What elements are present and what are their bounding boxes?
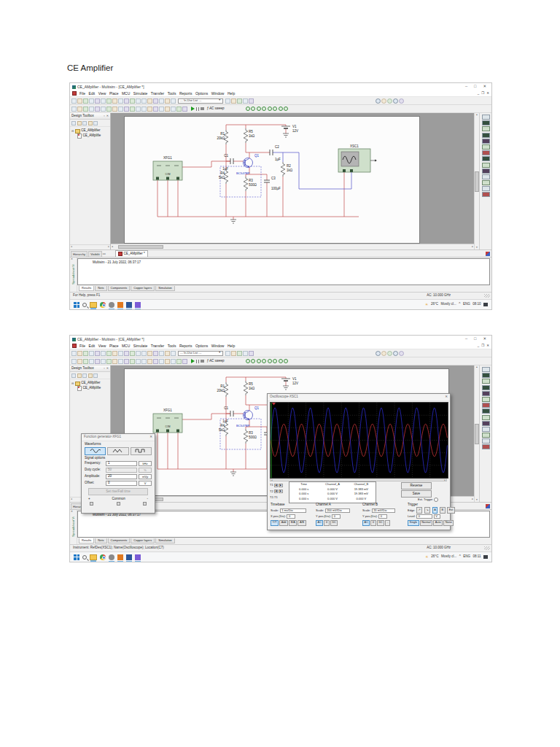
- connector-icon[interactable]: [165, 359, 170, 364]
- weather-desc[interactable]: Mostly cl...: [441, 555, 456, 559]
- notification-icon[interactable]: [483, 303, 488, 306]
- misc-digital-icon[interactable]: [112, 359, 117, 364]
- ext-trigger-terminal[interactable]: [434, 498, 438, 502]
- voltage-probe-icon[interactable]: [246, 107, 250, 111]
- paste-icon[interactable]: [112, 98, 117, 104]
- triangle-wave-button[interactable]: [107, 447, 128, 455]
- source-icon[interactable]: [71, 107, 77, 112]
- open-design-icon[interactable]: [77, 374, 82, 378]
- channel-b-zero-button[interactable]: 0: [370, 520, 376, 527]
- scroll-up-icon[interactable]: ▴: [476, 114, 478, 117]
- file-explorer-icon[interactable]: [90, 302, 97, 308]
- canvas-vscrollbar[interactable]: ▴▾: [474, 113, 479, 249]
- resistor-r4[interactable]: [224, 422, 228, 436]
- menu-view[interactable]: View: [98, 92, 106, 96]
- collapse-icon[interactable]: ⊟: [71, 130, 74, 133]
- trigger-ext-button[interactable]: Ext: [447, 507, 455, 514]
- minimize-button[interactable]: –: [465, 337, 467, 341]
- ttl-icon[interactable]: [101, 359, 106, 364]
- tray-expand-icon[interactable]: ^: [459, 303, 460, 306]
- spreadsheet-tab-components[interactable]: Components: [108, 538, 131, 543]
- in-use-list-dropdown[interactable]: --- In-Use List ---▼: [178, 98, 223, 104]
- find-icon[interactable]: [243, 351, 248, 356]
- open-icon[interactable]: [77, 98, 82, 104]
- distortion-analyzer-icon[interactable]: [482, 180, 490, 185]
- cursor-left-icon[interactable]: ◀: [274, 484, 278, 487]
- channel-a-dc-button[interactable]: DC: [330, 520, 338, 527]
- zoom-window-icon[interactable]: [136, 351, 141, 356]
- tree-node-sheet[interactable]: CE_AMplifie: [71, 386, 109, 391]
- digital-probe-icon[interactable]: [279, 359, 283, 363]
- close-icon[interactable]: ✕: [445, 395, 448, 399]
- basic-icon[interactable]: [77, 107, 82, 112]
- spreadsheet-tab-simulation[interactable]: Simulation: [155, 286, 175, 291]
- current-probe-icon[interactable]: [251, 359, 255, 363]
- voltage-probe-icon[interactable]: [246, 359, 250, 363]
- schematic-capture-icon[interactable]: [141, 351, 147, 356]
- trigger-falling-edge-button[interactable]: ↘: [424, 507, 430, 514]
- voltage-reference-probe-icon[interactable]: [273, 359, 277, 363]
- help-icon[interactable]: [249, 98, 254, 104]
- stop-simulation-button[interactable]: [201, 107, 204, 111]
- start-button[interactable]: [74, 302, 79, 308]
- cursor-left-icon[interactable]: ◀: [274, 489, 278, 493]
- frequency-counter-icon[interactable]: [482, 150, 490, 155]
- zoom-out-icon[interactable]: [381, 98, 386, 104]
- zoom-area-icon[interactable]: [387, 98, 392, 104]
- subcircuit-icon[interactable]: [147, 98, 152, 104]
- differential-probe-icon[interactable]: [262, 359, 266, 363]
- trigger-auto-button[interactable]: Auto: [433, 520, 443, 527]
- spreadsheet-tab-components[interactable]: Components: [108, 286, 131, 291]
- tab-row-icon[interactable]: [486, 252, 490, 256]
- zoom-out-icon[interactable]: [381, 351, 386, 356]
- trigger-level-input[interactable]: 0: [416, 514, 432, 519]
- toolbox-options-icon[interactable]: [93, 374, 98, 378]
- database-manager-icon[interactable]: [165, 98, 170, 104]
- open-design-icon[interactable]: [77, 121, 82, 125]
- resistor-r2[interactable]: [281, 162, 285, 177]
- misc-component-icon[interactable]: [136, 359, 141, 364]
- cmos-icon[interactable]: [106, 359, 112, 364]
- minimize-button[interactable]: –: [465, 85, 467, 89]
- frequency-counter-icon[interactable]: [482, 403, 490, 408]
- visibility-tab[interactable]: Visibilit: [88, 251, 101, 257]
- oscilloscope-icon[interactable]: [482, 133, 490, 138]
- t1-cursor-marker[interactable]: [272, 403, 276, 406]
- tree-node-root[interactable]: ⊟ CE_AMplifier: [71, 128, 109, 133]
- create-component-icon[interactable]: [171, 98, 176, 104]
- new-design-icon[interactable]: [71, 374, 76, 378]
- search-icon[interactable]: [82, 555, 87, 560]
- differential-probe-icon[interactable]: [262, 107, 266, 111]
- menu-tools[interactable]: Tools: [168, 344, 176, 348]
- current-probe-icon[interactable]: [251, 107, 255, 111]
- canvas-hscrollbar[interactable]: ◂ ▸: [111, 244, 474, 249]
- basic-icon[interactable]: [77, 359, 82, 364]
- capacitor-c3[interactable]: [264, 180, 270, 182]
- mixed-icon[interactable]: [118, 107, 123, 112]
- scroll-left-icon[interactable]: ◂: [112, 244, 113, 249]
- spreadsheet-tab-simulation[interactable]: Simulation: [155, 538, 175, 543]
- channel-a-scale-input[interactable]: 200 mV/Div: [325, 508, 350, 513]
- scroll-up-icon[interactable]: ▴: [476, 366, 478, 369]
- search-icon[interactable]: [82, 303, 87, 307]
- spreadsheet-tab-copper-layers[interactable]: Copper layers: [131, 538, 155, 543]
- stop-simulation-button[interactable]: [201, 360, 204, 363]
- save-button[interactable]: Save: [401, 490, 432, 498]
- menu-reports[interactable]: Reports: [179, 92, 192, 96]
- logic-converter-icon[interactable]: [482, 169, 490, 174]
- weather-temp[interactable]: 26°C: [431, 555, 438, 559]
- print-icon[interactable]: [89, 351, 94, 356]
- reverse-button[interactable]: Reverse: [401, 482, 432, 489]
- window-controls[interactable]: – □ ✕: [465, 85, 489, 89]
- multimeter-icon[interactable]: [482, 367, 490, 372]
- menu-mcu[interactable]: MCU: [122, 92, 130, 96]
- forward-annotate-icon[interactable]: [237, 98, 242, 104]
- resistor-r4[interactable]: [224, 169, 228, 184]
- trigger-single-button[interactable]: Single: [408, 520, 419, 527]
- menu-edit[interactable]: Edit: [89, 92, 96, 96]
- close-button[interactable]: ✕: [483, 85, 486, 89]
- resize-grip[interactable]: [484, 294, 490, 298]
- mdi-minimize-button[interactable]: _: [478, 344, 480, 348]
- redo-icon[interactable]: [124, 351, 129, 356]
- four-channel-oscilloscope-icon[interactable]: [482, 139, 490, 144]
